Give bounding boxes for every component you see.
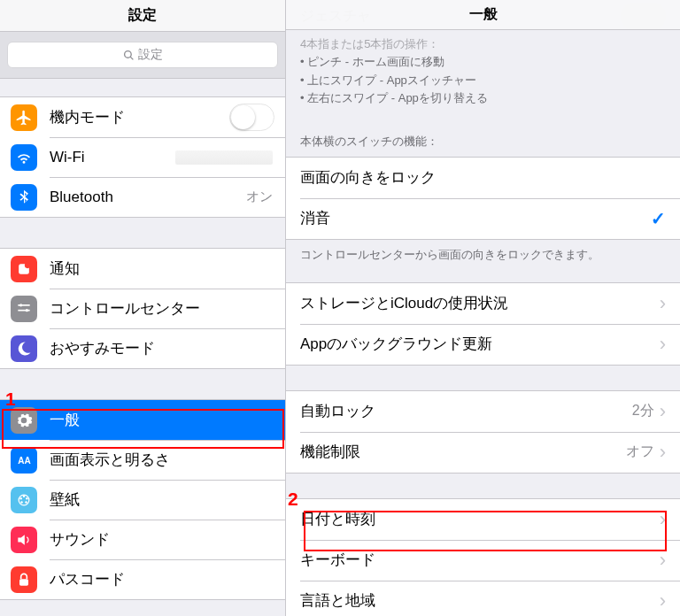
sideswitch-caption: 本体横のスイッチの機能： [286,119,680,157]
svg-point-12 [25,501,27,504]
row-restrictions[interactable]: 機能制限 オフ › [286,432,680,473]
svg-rect-7 [18,309,29,311]
svg-text:AA: AA [18,456,30,466]
sidebar: 設定 設定 機内モード Wi-Fi [0,0,286,616]
row-keyboard[interactable]: キーボード › [286,540,680,581]
chevron-right-icon: › [660,591,666,611]
sidebar-item-display[interactable]: AA 画面表示と明るさ [0,440,285,480]
wallpaper-icon [11,487,37,513]
search-input[interactable]: 設定 [7,42,278,68]
sideswitch-footer: コントロールセンターから画面の向きをロックできます。 [286,240,680,282]
chevron-right-icon: › [660,402,666,421]
moon-icon [11,335,37,362]
notification-icon [11,256,37,282]
svg-line-1 [130,57,133,59]
sidebar-item-wallpaper[interactable]: 壁紙 [0,480,285,520]
sound-icon [11,527,37,553]
svg-point-10 [23,495,26,497]
sidebar-title: 設定 [0,0,285,32]
sidebar-item-notifications[interactable]: 通知 [0,249,285,289]
airplane-icon [11,104,37,131]
chevron-right-icon: › [660,335,666,354]
svg-rect-15 [19,579,28,586]
gear-icon [11,407,37,434]
svg-point-11 [26,497,28,500]
row-storage[interactable]: ストレージとiCloudの使用状況 › [286,283,680,324]
sidebar-item-wifi[interactable]: Wi-Fi [0,137,285,177]
chevron-right-icon: › [660,510,666,529]
sidebar-item-general[interactable]: 一般 [0,400,285,440]
chevron-right-icon: › [660,294,666,313]
controlcenter-icon [11,296,37,322]
bluetooth-icon [11,184,37,211]
chevron-right-icon: › [660,443,666,462]
svg-point-13 [20,501,23,504]
row-lock-rotation[interactable]: 画面の向きをロック [286,158,680,198]
svg-point-3 [25,262,31,268]
gesture-caption: 4本指または5本指の操作： • ピンチ - ホーム画面に移動 • 上にスワイプ … [286,34,680,119]
row-background-refresh[interactable]: Appのバックグラウンド更新 › [286,324,680,365]
sidebar-item-bluetooth[interactable]: Bluetooth オン [0,177,285,217]
lock-icon [11,566,37,593]
check-icon: ✓ [651,208,666,229]
sidebar-item-sound[interactable]: サウンド [0,520,285,559]
airplane-toggle[interactable] [229,104,274,131]
chevron-right-icon: › [660,551,666,570]
row-language-region[interactable]: 言語と地域 › [286,581,680,616]
search-icon [123,50,135,61]
sidebar-item-airplane[interactable]: 機内モード [0,97,285,137]
detail-title: 一般 [286,0,680,30]
svg-rect-5 [18,304,29,306]
sidebar-item-dnd[interactable]: おやすみモード [0,328,285,368]
row-mute[interactable]: 消音 ✓ [286,198,680,239]
wifi-value-mask [175,150,273,165]
wifi-icon [11,144,37,171]
display-icon: AA [11,447,37,474]
svg-point-14 [19,497,22,500]
sidebar-item-passcode[interactable]: パスコード [0,559,285,599]
detail-panel: ジェスチャ 一般 4本指または5本指の操作： • ピンチ - ホーム画面に移動 … [286,0,680,616]
row-autolock[interactable]: 自動ロック 2分 › [286,391,680,432]
bluetooth-value: オン [246,189,273,205]
row-datetime[interactable]: 日付と時刻 › [286,499,680,540]
svg-point-0 [124,50,131,58]
sidebar-item-controlcenter[interactable]: コントロールセンター [0,289,285,328]
